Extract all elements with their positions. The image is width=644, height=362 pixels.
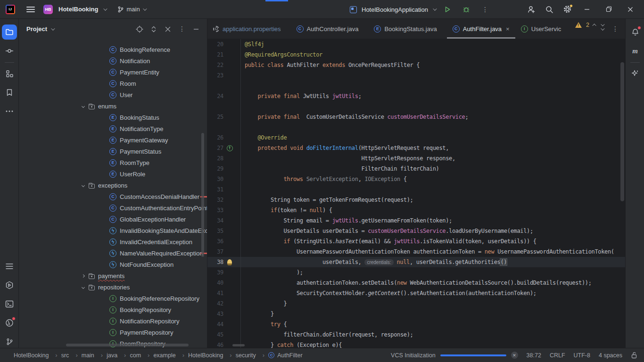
gutter-icon-slot[interactable] [223,247,236,257]
close-window-button[interactable] [619,0,641,19]
tree-chevron-icon[interactable] [79,272,87,280]
gutter-icon-slot[interactable] [223,49,236,60]
gutter-icon-slot[interactable] [223,70,236,81]
locate-file-button[interactable] [133,23,146,35]
breadcrumb-item[interactable]: HotelBooking [5,352,61,359]
editor-tab[interactable]: UserServic [515,19,566,39]
maven-tool-button[interactable]: m [627,43,643,58]
cancel-task-button[interactable]: ✕ [511,352,518,359]
gutter-icon-slot[interactable] [223,60,236,70]
run-config-name[interactable]: HotelBookingApplication [362,6,428,13]
search-everywhere-button[interactable] [540,2,558,16]
panel-more-button[interactable]: ⋮ [176,23,188,35]
vcs-branch-widget[interactable]: main [117,6,146,13]
project-badge[interactable]: HB [43,5,53,14]
vcs-progress-widget[interactable]: VCS Initialization ✕ [391,352,518,359]
notifications-button[interactable] [627,25,643,40]
previous-problem-icon[interactable] [592,24,596,27]
tree-item[interactable]: Room [19,78,207,89]
gutter-icon-slot[interactable] [223,226,236,236]
gutter-icon-slot[interactable] [223,298,236,309]
caret-position[interactable]: 38:72 [527,352,541,359]
chevron-down-icon[interactable] [103,7,107,10]
gutter-icon-slot[interactable] [223,91,236,101]
editor-tab[interactable]: AuthController.java [291,19,369,39]
tree-item[interactable]: User [19,89,207,100]
tree-item[interactable]: exceptions [19,180,207,191]
code-editor[interactable]: 20 @Slf4j 21 @RequiredArgsConstructor 22 [207,39,625,348]
tree-item[interactable]: CustomAuthenticationEntryPoint [19,202,207,214]
tree-chevron-icon[interactable] [79,102,87,110]
gutter-icon-slot[interactable] [223,112,236,122]
gutter-icon-slot[interactable] [223,153,236,164]
unlocked-icon[interactable] [631,352,637,359]
breadcrumb-item[interactable]: AuthFilter [268,352,303,359]
chevron-down-icon[interactable] [433,7,437,10]
indent-setting[interactable]: 4 spaces [599,352,622,359]
project-name[interactable]: HotelBooking [58,6,99,13]
gutter-icon-slot[interactable] [223,39,236,49]
tree-item[interactable]: CustomAccessDenialHandler [19,191,207,202]
git-tool-button[interactable] [2,334,17,349]
tree-item[interactable]: payments [19,270,207,281]
breadcrumb-item[interactable]: com [130,352,153,359]
tree-item[interactable]: PaymentEntity [19,66,207,78]
editor-horizontal-scrollbar[interactable] [232,344,245,346]
project-tool-button[interactable] [2,25,17,40]
tree-item[interactable]: BookingStatus [19,112,207,123]
tree-item[interactable]: PaymentStatus [19,146,207,157]
gutter-icon-slot[interactable] [223,205,236,215]
editor-vertical-scrollbar[interactable] [620,62,624,201]
gutter-icon-slot[interactable] [223,195,236,205]
breadcrumb-item[interactable]: main [82,352,107,359]
gutter-icon-slot[interactable] [223,288,236,298]
tree-item[interactable]: PaymentGateway [19,134,207,146]
tree-item[interactable]: Notification [19,55,207,66]
debug-button[interactable] [459,2,473,16]
tree-item[interactable]: BookingRepository [19,304,207,315]
tree-item[interactable]: InvalidBookingStateAndDateException [19,225,207,236]
collapse-all-button[interactable] [162,23,174,35]
editor-tab[interactable]: BookingStatus.java [368,19,446,39]
inspections-widget[interactable]: 2 [575,22,603,28]
tree-chevron-icon[interactable] [79,181,87,189]
gutter-icon-slot[interactable] [223,319,236,329]
editor-tab[interactable]: application.properties [207,19,291,39]
tree-item[interactable]: RoomType [19,157,207,168]
tree-item[interactable]: GlobalExceptionHandler [19,214,207,225]
minimize-button[interactable] [576,0,598,19]
tree-item[interactable]: PaymentRepository [19,327,207,338]
run-button[interactable] [440,2,454,16]
services-tool-button[interactable] [2,278,17,293]
breadcrumb-item[interactable]: java [107,352,130,359]
gutter-icon-slot[interactable] [223,267,236,278]
line-separator[interactable]: CRLF [550,352,565,359]
gutter-icon-slot[interactable] [223,132,236,143]
gutter-icon-slot[interactable] [223,236,236,247]
code-with-me-button[interactable] [522,2,540,16]
problems-tool-button[interactable] [2,315,17,330]
tree-item[interactable]: NameValueRequiredException [19,247,207,259]
tree-item[interactable]: NotFoundException [19,259,207,270]
gutter-icon-slot[interactable] [223,257,236,267]
bookmarks-tool-button[interactable] [2,85,17,100]
tree-item[interactable]: UserRole [19,168,207,180]
gutter-icon-slot[interactable] [223,309,236,319]
file-encoding[interactable]: UTF-8 [574,352,590,359]
gutter-icon-slot[interactable] [223,122,236,132]
ai-assistant-button[interactable] [627,66,643,81]
editor-tab[interactable]: AuthFilter.java × [447,19,515,39]
breadcrumb-item[interactable]: src [61,352,82,359]
gutter-icon-slot[interactable] [223,184,236,195]
terminal-tool-button[interactable] [2,296,17,312]
project-vertical-scrollbar[interactable] [201,133,204,257]
breadcrumb-item[interactable]: security [236,352,268,359]
commit-tool-button[interactable] [2,43,17,58]
restore-button[interactable] [598,0,619,19]
run-more-button[interactable]: ⋮ [478,2,492,16]
tree-item[interactable]: NotificationRepository [19,315,207,327]
tab-options-button[interactable]: ⋮ [609,23,621,35]
tree-item[interactable]: BookingReference [19,44,207,55]
breadcrumb-item[interactable]: HotelBooking [188,352,236,359]
more-tools-button[interactable] [2,104,17,119]
